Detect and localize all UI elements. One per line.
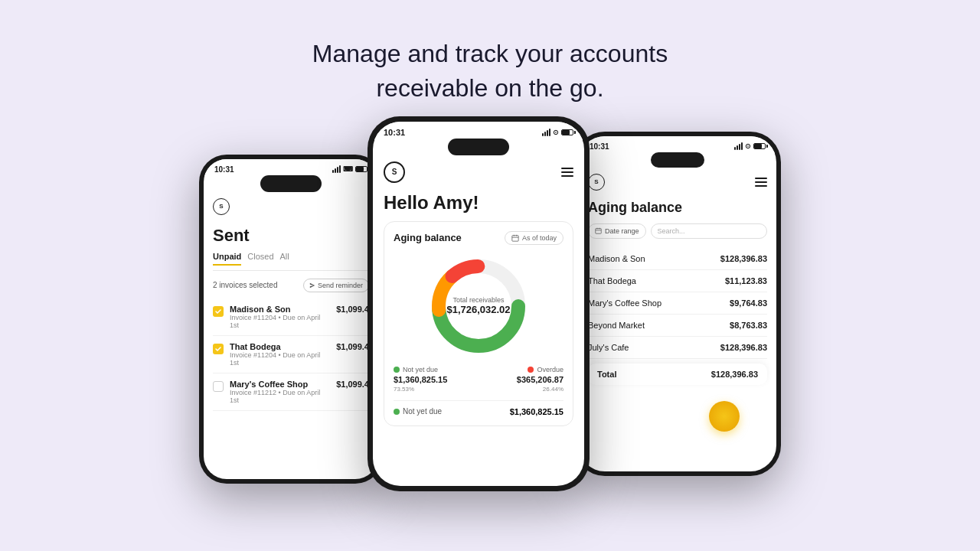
check-icon-1	[214, 308, 222, 315]
invoice-detail-3: Invoice #11212 • Due on April 1st	[230, 389, 330, 404]
total-amount: $128,396.83	[711, 370, 758, 379]
bottom-amount: $1,360,825.15	[510, 407, 564, 416]
client-row-2[interactable]: That Bodega $11,123.83	[588, 270, 767, 292]
center-battery-icon	[561, 129, 573, 135]
invoice-detail-1: Invoice #11204 • Due on April 1st	[230, 314, 330, 329]
client-name-2: That Bodega	[588, 276, 636, 285]
sent-title: Sent	[213, 226, 369, 246]
check-icon-2	[214, 345, 222, 353]
phones-container: 10:31 ⌨ S Sent Un	[0, 124, 980, 491]
center-phone-screen: 10:31 ⊙ S	[373, 122, 584, 486]
client-row-4[interactable]: Beyond Market $8,763.83	[588, 315, 767, 337]
right-search-input[interactable]: Search...	[651, 223, 767, 239]
send-icon	[309, 282, 315, 289]
client-row-1[interactable]: Madison & Son $128,396.83	[588, 248, 767, 270]
right-logo: S	[588, 174, 605, 191]
client-amount-5: $128,396.83	[720, 343, 767, 352]
right-wifi-icon: ⊙	[745, 142, 751, 150]
invoice-detail-2: Invoice #11204 • Due on April 1st	[230, 351, 330, 367]
send-reminder-button[interactable]: Send reminder	[303, 279, 369, 292]
invoice-amount-1: $1,099.4	[336, 305, 369, 314]
right-menu-icon[interactable]	[755, 178, 767, 187]
headline: Manage and track your accounts receivabl…	[312, 37, 668, 106]
invoice-item-1[interactable]: Madison & Son Invoice #11204 • Due on Ap…	[213, 298, 369, 336]
right-time: 10:31	[590, 142, 609, 151]
client-amount-1: $128,396.83	[720, 254, 767, 263]
checkbox-3[interactable]	[213, 381, 224, 392]
sent-screen: Sent Unpaid Closed All 2 invoices select…	[204, 226, 378, 411]
as-of-today-badge[interactable]: As of today	[505, 231, 564, 245]
tabs-row: Unpaid Closed All	[213, 252, 369, 271]
center-logo: S	[384, 161, 405, 183]
right-battery-icon	[753, 143, 766, 149]
calendar-icon-right	[595, 227, 602, 234]
client-name-3: Mary's Coffee Shop	[588, 298, 662, 308]
not-yet-due-dot	[394, 367, 400, 373]
date-range-button[interactable]: Date range	[588, 223, 646, 239]
left-status-bar: 10:31 ⌨	[204, 159, 378, 177]
center-phone: 10:31 ⊙ S	[368, 116, 590, 491]
client-amount-3: $9,764.83	[730, 298, 767, 308]
left-notch	[260, 175, 322, 192]
right-signal-icon	[734, 142, 743, 150]
invoice-item-3[interactable]: Mary's Coffee Shop Invoice #11212 • Due …	[213, 373, 369, 411]
checkbox-2[interactable]	[213, 344, 224, 354]
bottom-not-yet-due-row: Not yet due $1,360,825.15	[394, 400, 564, 416]
right-phone: 10:31 ⊙ S	[574, 132, 781, 476]
invoice-item-2[interactable]: That Bodega Invoice #11204 • Due on Apri…	[213, 336, 369, 373]
client-name-4: Beyond Market	[588, 321, 645, 330]
bottom-dot	[394, 409, 400, 415]
battery-icon	[355, 166, 368, 172]
left-app-header: S	[204, 195, 378, 220]
tab-all[interactable]: All	[280, 252, 289, 266]
right-notch	[651, 152, 704, 168]
client-amount-4: $8,763.83	[730, 321, 767, 330]
center-signal-icon	[542, 129, 550, 136]
signal-icon	[332, 165, 341, 173]
right-status-icons: ⊙	[734, 142, 766, 150]
invoice-amount-2: $1,099.4	[336, 342, 369, 351]
client-row-3[interactable]: Mary's Coffee Shop $9,764.83	[588, 292, 767, 315]
wifi-icon: ⌨	[343, 165, 353, 173]
client-row-5[interactable]: July's Cafe $128,396.83	[588, 337, 767, 359]
invoice-info-2: That Bodega Invoice #11204 • Due on Apri…	[230, 342, 330, 367]
greeting-title: Hello Amy!	[384, 192, 573, 214]
headline-line1: Manage and track your accounts	[312, 37, 668, 71]
selected-text: 2 invoices selected	[213, 281, 278, 289]
client-name-5: July's Cafe	[588, 343, 629, 352]
overdue-dot	[528, 367, 534, 373]
right-status-bar: 10:31 ⊙	[579, 136, 776, 154]
checkbox-1[interactable]	[213, 306, 224, 317]
bottom-label: Not yet due	[394, 407, 442, 416]
left-logo: S	[213, 198, 230, 215]
center-notch	[448, 139, 509, 155]
headline-line2: receivable on the go.	[312, 71, 668, 106]
right-app-header: S	[579, 171, 776, 195]
invoice-amount-3: $1,099.4	[336, 380, 369, 389]
center-screen-content: Hello Amy! Aging balance As of today	[373, 192, 584, 426]
calendar-icon	[511, 234, 519, 242]
center-time: 10:31	[384, 128, 405, 137]
invoice-info-1: Madison & Son Invoice #11204 • Due on Ap…	[230, 305, 330, 329]
client-amount-2: $11,123.83	[725, 276, 767, 285]
invoice-name-1: Madison & Son	[230, 305, 330, 314]
left-phone: 10:31 ⌨ S Sent Un	[199, 155, 383, 484]
total-label: Total	[597, 370, 616, 379]
left-phone-screen: 10:31 ⌨ S Sent Un	[204, 159, 378, 479]
invoice-name-3: Mary's Coffee Shop	[230, 380, 330, 389]
total-bar: Total $128,396.83	[588, 364, 767, 385]
tab-unpaid[interactable]: Unpaid	[213, 252, 241, 266]
center-app-header: S	[373, 158, 584, 187]
center-menu-icon[interactable]	[561, 168, 573, 177]
aging-card: Aging balance As of today	[384, 221, 573, 426]
legend-row: Not yet due $1,360,825.15 73.53% Overdue…	[394, 366, 564, 393]
left-time: 10:31	[214, 165, 234, 174]
right-title: Aging balance	[588, 200, 767, 216]
center-status-icons: ⊙	[542, 129, 573, 136]
right-screen-content: Aging balance Date range Search...	[579, 200, 776, 385]
invoice-info-3: Mary's Coffee Shop Invoice #11212 • Due …	[230, 380, 330, 404]
donut-center: Total receivables $1,726,032.02	[446, 296, 510, 315]
donut-chart: Total receivables $1,726,032.02	[394, 253, 564, 360]
tab-closed[interactable]: Closed	[247, 252, 273, 266]
aging-card-title: Aging balance	[394, 232, 462, 243]
